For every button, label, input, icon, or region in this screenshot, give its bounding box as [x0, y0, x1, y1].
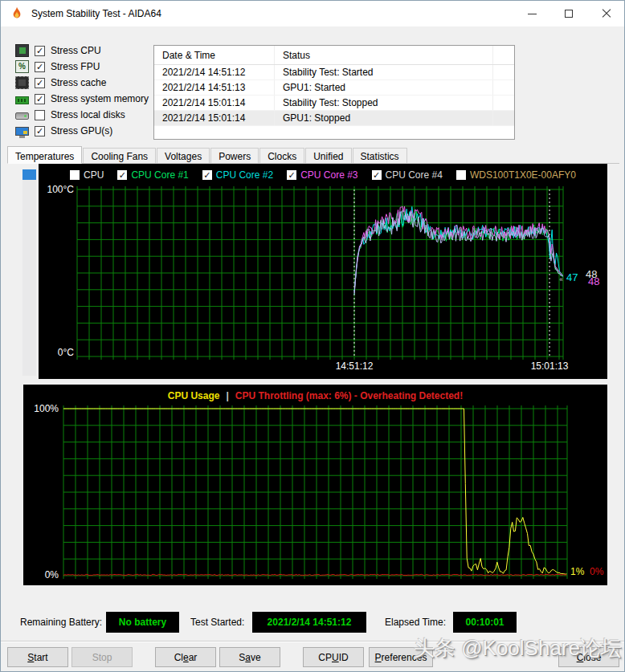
window-title: System Stability Test - AIDA64: [31, 8, 161, 19]
close-window-button[interactable]: [587, 1, 624, 26]
table-cell: 2021/2/14 15:01:14: [154, 96, 275, 110]
table-row[interactable]: 2021/2/14 14:51:12Stability Test: Starte…: [154, 65, 514, 80]
tab-cooling-fans[interactable]: Cooling Fans: [83, 148, 156, 163]
disk-icon: [15, 112, 29, 120]
titlebar: System Stability Test - AIDA64: [1, 1, 624, 26]
maximize-icon: [565, 10, 573, 18]
stress-option-stress-local-disks[interactable]: Stress local disks: [15, 107, 149, 123]
checkbox-stress-local-disks[interactable]: [35, 110, 45, 120]
table-header-cell: Status: [275, 46, 493, 64]
clear-button[interactable]: Clear: [155, 647, 216, 667]
table-cell: GPU1: Started: [275, 80, 493, 95]
tab-voltages[interactable]: Voltages: [157, 148, 210, 163]
start-button[interactable]: Start: [7, 647, 68, 667]
app-flame-icon: [11, 6, 22, 20]
tab-bar: TemperaturesCooling FansVoltagesPowersCl…: [7, 147, 619, 164]
maximize-button[interactable]: [550, 1, 587, 26]
table-cell: GPU1: Stopped: [275, 111, 493, 125]
table-cell: Stability Test: Started: [275, 65, 493, 79]
checkbox-stress-gpu-s[interactable]: ✓: [35, 126, 45, 136]
stress-option-label: Stress FPU: [51, 61, 100, 72]
separator-line: [1, 641, 624, 642]
table-row[interactable]: 2021/2/14 15:01:14GPU1: Stopped: [154, 111, 514, 126]
checkbox-stress-cache[interactable]: ✓: [35, 78, 45, 88]
minimize-icon: [528, 14, 537, 14]
test-started-label: Test Started:: [190, 617, 244, 628]
elapsed-time-value: 00:10:01: [453, 612, 517, 633]
stress-options: ✓Stress CPU%✓Stress FPU✓Stress cache✓Str…: [15, 43, 149, 139]
table-header-cell: Date & Time: [154, 46, 275, 64]
tab-statistics[interactable]: Statistics: [353, 148, 407, 163]
cpu-usage-chart-panel: CPU Usage|CPU Throttling (max: 6%) - Ove…: [23, 385, 607, 585]
series-cpu-usage: [63, 409, 566, 574]
remaining-battery-label: Remaining Battery:: [20, 617, 102, 628]
table-header-cell: [493, 46, 514, 64]
tab-powers[interactable]: Powers: [210, 148, 259, 163]
window-controls: [513, 1, 624, 26]
tab-clocks[interactable]: Clocks: [259, 148, 304, 163]
tab-temperatures[interactable]: Temperatures: [7, 146, 82, 164]
series-cpu-core-3: [354, 206, 563, 293]
stop-button: Stop: [71, 647, 133, 667]
stress-option-label: Stress GPU(s): [51, 125, 112, 136]
checkbox-stress-cpu[interactable]: ✓: [35, 46, 45, 56]
table-row[interactable]: 2021/2/14 15:01:14Stability Test: Stoppe…: [154, 96, 514, 111]
stress-option-stress-cache[interactable]: ✓Stress cache: [15, 75, 149, 91]
event-log-table[interactable]: Date & TimeStatus2021/2/14 14:51:12Stabi…: [153, 45, 515, 140]
stress-option-stress-cpu[interactable]: ✓Stress CPU: [15, 43, 149, 59]
cpu-icon: [15, 44, 29, 57]
stress-option-label: Stress CPU: [51, 45, 101, 56]
table-cell: 2021/2/14 14:51:13: [154, 80, 275, 95]
save-button[interactable]: Save: [219, 647, 280, 667]
system-stability-test-window: System Stability Test - AIDA64 ✓Stress C…: [0, 0, 625, 672]
temperature-scrollbar[interactable]: [22, 169, 36, 376]
gpu-icon: [15, 127, 29, 136]
table-cell: 2021/2/14 14:51:12: [154, 65, 275, 79]
table-cell: [493, 80, 514, 95]
button-row: StartStopClearSaveCPUIDPreferencesClose: [1, 646, 624, 670]
stress-option-stress-gpu-s[interactable]: ✓Stress GPU(s): [15, 123, 149, 139]
cpuid-button[interactable]: CPUID: [303, 647, 364, 667]
stress-option-label: Stress system memory: [51, 93, 149, 104]
tab-unified[interactable]: Unified: [305, 148, 351, 163]
table-row[interactable]: 2021/2/14 14:51:13GPU1: Started: [154, 80, 514, 96]
stress-option-label: Stress local disks: [51, 109, 125, 120]
cpu-usage-chart: [23, 385, 607, 585]
series-cpu-throttling: [63, 574, 566, 575]
series-cpu-core-2: [354, 206, 563, 291]
status-bar: Remaining Battery: No battery Test Start…: [1, 609, 624, 637]
temperature-chart-panel: CPU✓CPU Core #1✓CPU Core #2✓CPU Core #3✓…: [39, 164, 607, 379]
table-header-row: Date & TimeStatus: [154, 46, 514, 65]
checkbox-stress-fpu[interactable]: ✓: [35, 62, 45, 72]
preferences-button[interactable]: Preferences: [369, 647, 433, 667]
table-cell: 2021/2/14 15:01:14: [154, 111, 275, 125]
cache-icon: [15, 76, 29, 89]
stress-option-label: Stress cache: [51, 77, 106, 88]
close-button[interactable]: Close: [558, 647, 619, 667]
temperature-scrollbar-thumb[interactable]: [22, 169, 36, 180]
temperature-chart: [39, 164, 607, 379]
table-cell: [493, 96, 514, 110]
test-started-value: 2021/2/14 14:51:12: [252, 612, 366, 633]
table-cell: [493, 65, 514, 79]
close-icon: [601, 9, 611, 18]
fpu-icon: %: [15, 60, 29, 73]
stress-option-stress-system-memory[interactable]: ✓Stress system memory: [15, 91, 149, 107]
elapsed-time-label: Elapsed Time:: [385, 617, 446, 628]
table-cell: Stability Test: Stopped: [275, 96, 493, 110]
table-cell: [493, 111, 514, 125]
memory-icon: [15, 96, 29, 104]
checkbox-stress-system-memory[interactable]: ✓: [35, 94, 45, 104]
minimize-button[interactable]: [513, 1, 550, 26]
stress-option-stress-fpu[interactable]: %✓Stress FPU: [15, 59, 149, 75]
remaining-battery-value: No battery: [106, 612, 179, 633]
